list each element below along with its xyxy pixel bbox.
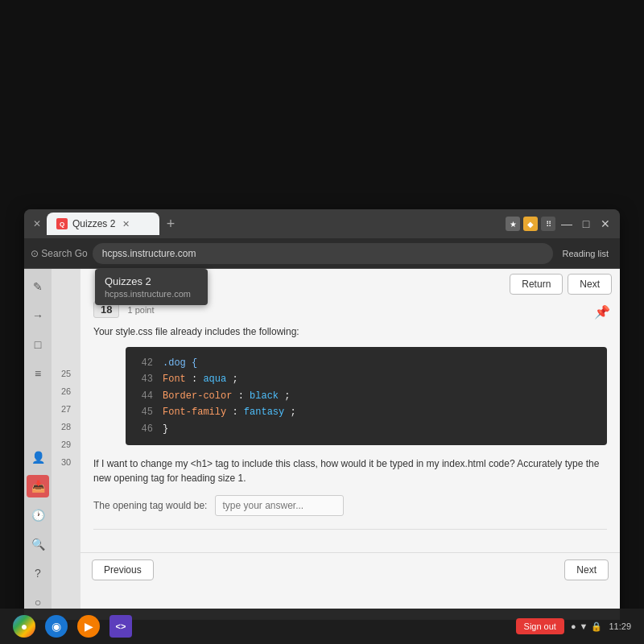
next-top-button[interactable]: Next (568, 274, 612, 295)
divider (93, 529, 607, 530)
desktop: ✕ Q Quizzes 2 ✕ + ★ ◆ ⠿ — □ ✕ ⊙ Search G… (0, 0, 644, 644)
page-num-25[interactable]: 25 (52, 365, 80, 382)
browser-tab[interactable]: Q Quizzes 2 ✕ (47, 213, 159, 235)
taskbar-icons: ● ◉ ▶ <> (13, 615, 132, 638)
question-intro: Your style.css file already includes the… (93, 324, 607, 339)
ext-icon-2[interactable]: ◆ (523, 217, 538, 231)
ext-icon-1[interactable]: ★ (506, 217, 520, 231)
browser-extensions: Reading list (558, 247, 613, 260)
taskbar-left: ● ◉ ▶ <> (13, 615, 132, 638)
bottom-nav: Previous Next (80, 552, 620, 587)
close-button[interactable]: ✕ (597, 216, 613, 232)
maximize-button[interactable]: □ (578, 216, 594, 232)
time-display: 11:29 (609, 621, 631, 631)
title-bar: ✕ Q Quizzes 2 ✕ + ★ ◆ ⠿ — □ ✕ (24, 209, 620, 238)
browser-window: ✕ Q Quizzes 2 ✕ + ★ ◆ ⠿ — □ ✕ ⊙ Search G… (24, 209, 620, 620)
page-num-28[interactable]: 28 (52, 419, 80, 435)
chrome-taskbar-icon[interactable]: ● (13, 615, 35, 638)
content-area: ✎ → □ ≡ 👤 📥 🕐 🔍 ? ○ 25 26 27 28 29 30 (24, 269, 620, 620)
tooltip-title: Quizzes 2 (105, 275, 198, 287)
previous-button[interactable]: Previous (92, 559, 154, 580)
question-body: If I want to change my <h1> tag to inclu… (93, 456, 607, 485)
code-line-43: 43 Font : aqua ; (137, 371, 596, 387)
page-num-29[interactable]: 29 (52, 436, 80, 452)
code-text-43: Font : aqua ; (163, 371, 238, 387)
code-text-46: } (163, 421, 168, 437)
code-text-42: .dog { (163, 355, 197, 371)
code-taskbar-icon[interactable]: <> (109, 615, 132, 638)
new-tab-button[interactable]: + (159, 213, 182, 235)
sidebar-icon-1[interactable]: ✎ (27, 275, 49, 298)
page-num-27[interactable]: 27 (52, 401, 80, 417)
reading-list-label: Reading list (563, 249, 609, 258)
sign-out-button[interactable]: Sign out (516, 618, 564, 634)
url-input[interactable] (93, 243, 553, 264)
line-num-44: 44 (137, 388, 153, 404)
tab-title: Quizzes 2 (72, 218, 115, 229)
sidebar-icon-5[interactable]: 👤 (27, 446, 49, 469)
page-numbers: 25 26 27 28 29 30 (52, 269, 80, 620)
tooltip-popup: Quizzes 2 hcpss.instructure.com (95, 269, 208, 305)
search-go-label: ⊙ Search Go (31, 248, 88, 259)
taskbar-right: Sign out ● ▼ 🔒 11:29 (516, 618, 631, 634)
play-taskbar-icon[interactable]: ▶ (77, 615, 100, 638)
answer-row: The opening tag would be: (93, 495, 607, 516)
code-line-42: 42 .dog { (137, 355, 596, 371)
tab-favicon: Q (56, 218, 68, 229)
code-line-46: 46 } (137, 421, 596, 437)
pin-icon[interactable]: 📌 (594, 304, 610, 320)
minimize-button[interactable]: — (559, 216, 575, 232)
taskbar: ● ◉ ▶ <> Sign out ● ▼ 🔒 11:29 (0, 609, 644, 644)
ext-icon-3[interactable]: ⠿ (541, 217, 555, 231)
return-button[interactable]: Return (510, 274, 563, 295)
sidebar-icon-3[interactable]: □ (27, 333, 49, 356)
answer-label: The opening tag would be: (93, 500, 207, 511)
code-text-44: Border-color : black ; (163, 388, 290, 404)
battery-icon: 🔒 (591, 621, 602, 632)
next-bottom-button[interactable]: Next (564, 559, 609, 580)
address-bar: ⊙ Search Go Reading list (24, 238, 620, 269)
sidebar-icon-4[interactable]: ≡ (27, 362, 49, 385)
code-text-45: Font-family : fantasy ; (163, 404, 296, 420)
tab-close-btn[interactable]: ✕ (120, 218, 131, 229)
extensions-area: ★ ◆ ⠿ (506, 217, 555, 231)
top-buttons: Return Next (510, 274, 612, 295)
tab-close-button[interactable]: ✕ (31, 217, 43, 230)
tooltip-url: hcpss.instructure.com (105, 289, 198, 299)
line-num-42: 42 (137, 355, 153, 371)
question-points: 1 point (127, 305, 154, 315)
left-sidebar: ✎ → □ ≡ 👤 📥 🕐 🔍 ? ○ (24, 269, 52, 620)
line-num-43: 43 (137, 371, 153, 387)
code-block: 42 .dog { 43 Font : aqua ; (126, 347, 607, 445)
code-line-44: 44 Border-color : black ; (137, 388, 596, 404)
status-icons: ● ▼ 🔒 (571, 621, 603, 632)
sidebar-icon-8[interactable]: 🔍 (27, 533, 49, 555)
reading-list-button[interactable]: Reading list (558, 247, 613, 260)
window-controls: ★ ◆ ⠿ — □ ✕ (506, 216, 613, 232)
sidebar-icon-9[interactable]: ? (27, 562, 49, 584)
line-num-45: 45 (137, 404, 153, 420)
quiz-content: Return Next 📌 18 1 point Your style.css … (80, 269, 620, 620)
wifi-icon: ● (571, 621, 576, 631)
page-num-26[interactable]: 26 (52, 383, 80, 399)
line-num-46: 46 (137, 421, 153, 437)
signal-icon: ▼ (580, 621, 588, 631)
question-area: 📌 18 1 point Your style.css file already… (80, 269, 620, 552)
sidebar-icon-2[interactable]: → (27, 304, 49, 327)
answer-input[interactable] (215, 495, 344, 516)
files-taskbar-icon[interactable]: ◉ (45, 615, 68, 638)
code-line-45: 45 Font-family : fantasy ; (137, 404, 596, 420)
sidebar-icon-6[interactable]: 📥 (27, 475, 49, 497)
sidebar-icon-7[interactable]: 🕐 (27, 504, 49, 526)
page-num-30[interactable]: 30 (52, 454, 80, 470)
